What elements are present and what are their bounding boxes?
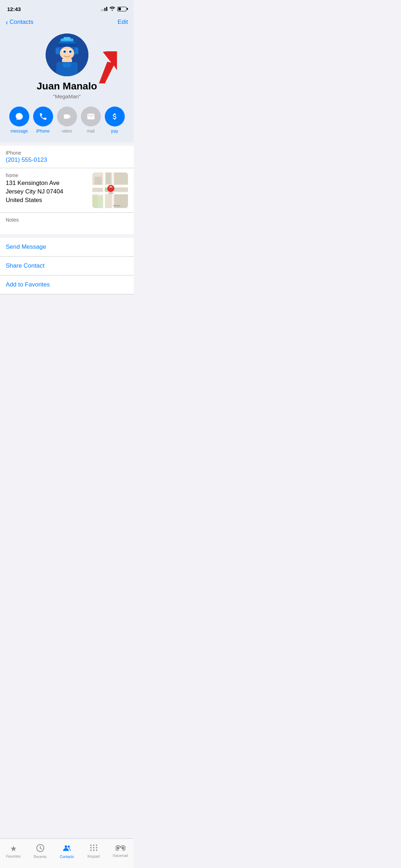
svg-marker-0 xyxy=(91,51,123,83)
address-label: home xyxy=(6,172,88,178)
svg-rect-3 xyxy=(57,43,77,47)
message-button-circle xyxy=(9,107,29,126)
address-line1: 131 Kensington Ave xyxy=(6,180,60,186)
add-favorites-label: Add to Favorites xyxy=(6,281,50,288)
share-contact-label: Share Contact xyxy=(6,262,45,269)
contact-nickname: "MegaMan" xyxy=(53,93,81,99)
edit-button[interactable]: Edit xyxy=(118,19,128,26)
phone-label: iPhone xyxy=(6,150,128,156)
share-contact-action[interactable]: Share Contact xyxy=(0,257,134,275)
svg-point-6 xyxy=(60,47,74,60)
svg-rect-30 xyxy=(114,187,128,191)
svg-rect-4 xyxy=(56,48,59,54)
info-section: iPhone (201) 555-0123 home 131 Kensingto… xyxy=(0,146,134,234)
svg-rect-5 xyxy=(75,48,78,54)
phone-row[interactable]: iPhone (201) 555-0123 xyxy=(0,146,134,168)
phone-label: iPhone xyxy=(36,129,50,134)
profile-section: Juan Manalo "MegaMan" message iPhone xyxy=(0,30,134,142)
pay-button-circle xyxy=(105,107,125,126)
status-icons xyxy=(101,6,127,12)
svg-rect-28 xyxy=(106,172,111,184)
add-favorites-action[interactable]: Add to Favorites xyxy=(0,275,134,294)
svg-rect-17 xyxy=(63,37,71,40)
svg-rect-29 xyxy=(114,172,128,184)
back-label: Contacts xyxy=(10,19,34,26)
address-line3: United States xyxy=(6,197,42,203)
contact-info-card: iPhone (201) 555-0123 home 131 Kensingto… xyxy=(0,146,134,234)
signal-icon xyxy=(101,7,107,11)
address-line2: Jersey City NJ 07404 xyxy=(6,188,63,195)
svg-point-11 xyxy=(64,51,65,52)
status-bar: 12:43 xyxy=(0,0,134,16)
pay-button[interactable]: pay xyxy=(105,107,125,134)
pay-label: pay xyxy=(111,129,118,134)
battery-icon xyxy=(117,7,127,11)
notes-row[interactable]: Notes xyxy=(0,213,134,234)
svg-point-15 xyxy=(63,62,71,68)
svg-rect-26 xyxy=(94,177,102,185)
map-thumbnail[interactable]: Harriso... xyxy=(92,172,128,208)
svg-text:Harriso...: Harriso... xyxy=(113,205,122,207)
actions-group: Send Message Share Contact Add to Favori… xyxy=(0,238,134,294)
phone-number[interactable]: (201) 555-0123 xyxy=(6,156,128,164)
video-label: video xyxy=(62,129,72,134)
phone-button[interactable]: iPhone xyxy=(33,107,53,134)
video-button[interactable]: video xyxy=(57,107,77,134)
video-button-circle xyxy=(57,107,77,126)
mail-button[interactable]: mail xyxy=(81,107,101,134)
back-button[interactable]: ‹ Contacts xyxy=(6,19,34,26)
status-time: 12:43 xyxy=(7,6,21,12)
svg-point-12 xyxy=(70,51,71,52)
avatar xyxy=(46,33,88,76)
mail-label: mail xyxy=(87,129,94,134)
notes-label: Notes xyxy=(6,217,128,223)
chevron-left-icon: ‹ xyxy=(6,19,8,26)
mail-button-circle xyxy=(81,107,101,126)
svg-rect-25 xyxy=(92,196,103,208)
svg-rect-32 xyxy=(92,188,102,191)
svg-rect-27 xyxy=(92,172,102,176)
svg-point-33 xyxy=(108,192,114,194)
address-lines: 131 Kensington Ave Jersey City NJ 07404 … xyxy=(6,179,88,204)
annotation-arrow xyxy=(91,51,123,83)
nav-bar: ‹ Contacts Edit xyxy=(0,16,134,30)
message-label: message xyxy=(10,129,28,134)
message-button[interactable]: message xyxy=(9,107,29,134)
address-text: home 131 Kensington Ave Jersey City NJ 0… xyxy=(6,172,88,204)
send-message-action[interactable]: Send Message xyxy=(0,238,134,257)
wifi-icon xyxy=(109,6,115,12)
phone-button-circle xyxy=(33,107,53,126)
send-message-label: Send Message xyxy=(6,243,46,250)
action-buttons-row: message iPhone video xyxy=(7,105,127,135)
contact-name: Juan Manalo xyxy=(37,81,97,92)
address-row[interactable]: home 131 Kensington Ave Jersey City NJ 0… xyxy=(0,168,134,213)
